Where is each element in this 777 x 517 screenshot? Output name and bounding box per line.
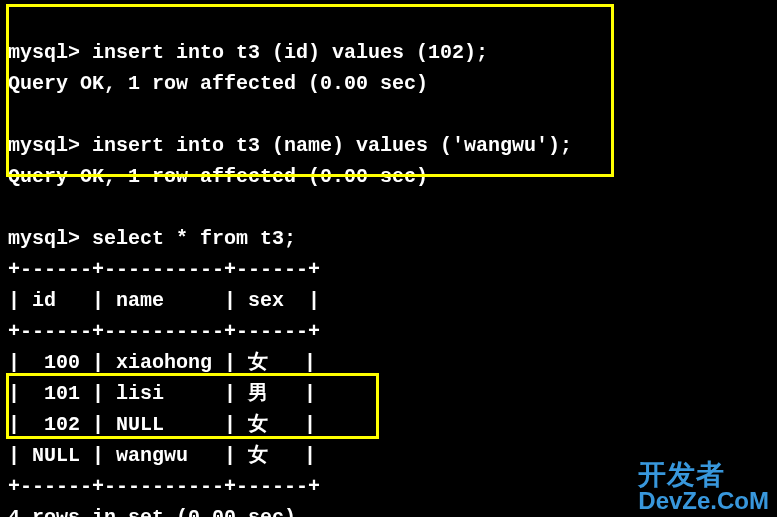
result-3: 4 rows in set (0.00 sec) [8, 506, 296, 517]
table-row: | 102 | NULL | 女 | [8, 413, 316, 436]
table-row: | 100 | xiaohong | 女 | [8, 351, 316, 374]
cmd-insert-id: insert into t3 (id) values (102); [92, 41, 488, 64]
table-border-bottom: +------+----------+------+ [8, 475, 320, 498]
result-1: Query OK, 1 row affected (0.00 sec) [8, 72, 428, 95]
watermark-line2: DevZe.CoM [638, 489, 769, 513]
watermark: 开发者 DevZe.CoM [638, 461, 769, 513]
prompt: mysql> [8, 227, 80, 250]
cmd-select: select * from t3; [92, 227, 296, 250]
watermark-line1: 开发者 [638, 461, 769, 489]
result-2: Query OK, 1 row affected (0.00 sec) [8, 165, 428, 188]
table-row: | NULL | wangwu | 女 | [8, 444, 316, 467]
mysql-terminal[interactable]: mysql> insert into t3 (id) values (102);… [8, 6, 769, 517]
table-header: | id | name | sex | [8, 289, 320, 312]
table-border-mid: +------+----------+------+ [8, 320, 320, 343]
prompt: mysql> [8, 41, 80, 64]
prompt: mysql> [8, 134, 80, 157]
cmd-insert-name: insert into t3 (name) values ('wangwu'); [92, 134, 572, 157]
table-row: | 101 | lisi | 男 | [8, 382, 316, 405]
table-border-top: +------+----------+------+ [8, 258, 320, 281]
